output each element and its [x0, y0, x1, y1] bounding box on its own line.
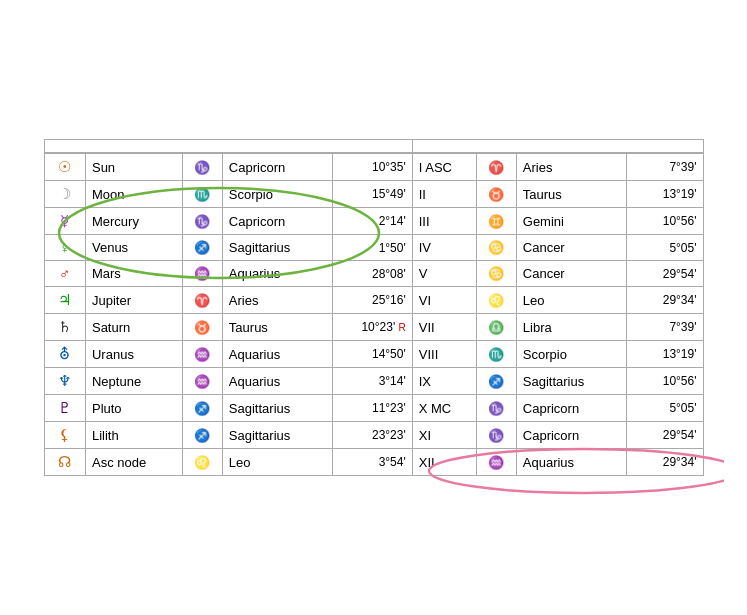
table-row: ☉ Sun ♑ Capricorn 10°35' I ASC ♈ Aries 7… [44, 153, 703, 181]
planet-name: Sun [85, 153, 182, 181]
planet-sign-icon: ♑ [182, 208, 222, 235]
planet-sign-icon: ♐ [182, 235, 222, 261]
house-degree: 13°19' [627, 181, 703, 208]
planet-icon: ♆ [44, 368, 85, 395]
planet-sign: Sagittarius [222, 235, 333, 261]
planet-sign: Aquarius [222, 368, 333, 395]
table-row: ☽ Moon ♏ Scorpio 15°49' II ♉ Taurus 13°1… [44, 181, 703, 208]
house-degree: 7°39' [627, 314, 703, 341]
planet-name: Moon [85, 181, 182, 208]
house-label: IV [412, 235, 476, 261]
planet-name: Uranus [85, 341, 182, 368]
house-sign: Cancer [516, 261, 627, 287]
house-sign-icon: ♏ [476, 341, 516, 368]
house-sign-icon: ♎ [476, 314, 516, 341]
house-label: VII [412, 314, 476, 341]
house-degree: 29°54' [627, 422, 703, 449]
planet-icon: ♇ [44, 395, 85, 422]
house-label: X MC [412, 395, 476, 422]
house-sign: Libra [516, 314, 627, 341]
planet-sign: Aries [222, 287, 333, 314]
house-sign: Sagittarius [516, 368, 627, 395]
planet-name: Venus [85, 235, 182, 261]
planet-degree: 28°08' [333, 261, 412, 287]
planet-name: Asc node [85, 449, 182, 476]
table-row: ⚸ Lilith ♐ Sagittarius 23°23' XI ♑ Capri… [44, 422, 703, 449]
house-degree: 5°05' [627, 235, 703, 261]
house-label: XI [412, 422, 476, 449]
house-sign: Taurus [516, 181, 627, 208]
house-sign: Cancer [516, 235, 627, 261]
planet-sign: Aquarius [222, 261, 333, 287]
planet-icon: ♀ [44, 235, 85, 261]
planet-name: Jupiter [85, 287, 182, 314]
table-row: ♇ Pluto ♐ Sagittarius 11°23' X MC ♑ Capr… [44, 395, 703, 422]
house-label: II [412, 181, 476, 208]
house-sign-icon: ♌ [476, 287, 516, 314]
house-sign: Capricorn [516, 395, 627, 422]
house-sign-icon: ♒ [476, 449, 516, 476]
planet-name: Mars [85, 261, 182, 287]
house-degree: 5°05' [627, 395, 703, 422]
planet-degree: 11°23' [333, 395, 412, 422]
astrology-table: ☉ Sun ♑ Capricorn 10°35' I ASC ♈ Aries 7… [44, 139, 704, 476]
planet-degree: 15°49' [333, 181, 412, 208]
planet-name: Saturn [85, 314, 182, 341]
planet-name: Mercury [85, 208, 182, 235]
planet-icon: ♂ [44, 261, 85, 287]
house-degree: 29°54' [627, 261, 703, 287]
planet-icon: ⛢ [44, 341, 85, 368]
house-label: IX [412, 368, 476, 395]
planet-sign: Sagittarius [222, 422, 333, 449]
table-row: ☊ Asc node ♌ Leo 3°54' XII ♒ Aquarius 29… [44, 449, 703, 476]
left-header [44, 140, 412, 154]
planet-degree: 23°23' [333, 422, 412, 449]
house-sign-icon: ♈ [476, 153, 516, 181]
planet-sign: Sagittarius [222, 395, 333, 422]
planet-sign-icon: ♒ [182, 368, 222, 395]
planet-degree: 14°50' [333, 341, 412, 368]
planet-icon: ⚸ [44, 422, 85, 449]
planet-sign-icon: ♉ [182, 314, 222, 341]
table-row: ♄ Saturn ♉ Taurus 10°23' R VII ♎ Libra 7… [44, 314, 703, 341]
planet-sign: Scorpio [222, 181, 333, 208]
planet-degree: 25°16' [333, 287, 412, 314]
house-label: XII [412, 449, 476, 476]
planet-icon: ☊ [44, 449, 85, 476]
planet-sign-icon: ♑ [182, 153, 222, 181]
house-degree: 7°39' [627, 153, 703, 181]
planet-degree: 10°23' R [333, 314, 412, 341]
planet-sign-icon: ♏ [182, 181, 222, 208]
house-label: III [412, 208, 476, 235]
main-container: ☉ Sun ♑ Capricorn 10°35' I ASC ♈ Aries 7… [24, 119, 724, 496]
table-row: ♀ Venus ♐ Sagittarius 1°50' IV ♋ Cancer … [44, 235, 703, 261]
house-sign-icon: ♋ [476, 261, 516, 287]
house-sign-icon: ♑ [476, 395, 516, 422]
table-row: ♃ Jupiter ♈ Aries 25°16' VI ♌ Leo 29°34' [44, 287, 703, 314]
planet-sign: Capricorn [222, 153, 333, 181]
house-label: I ASC [412, 153, 476, 181]
house-label: VI [412, 287, 476, 314]
planet-sign-icon: ♐ [182, 422, 222, 449]
house-sign: Leo [516, 287, 627, 314]
planet-icon: ☽ [44, 181, 85, 208]
house-sign: Gemini [516, 208, 627, 235]
house-label: VIII [412, 341, 476, 368]
right-header [412, 140, 703, 154]
house-sign: Scorpio [516, 341, 627, 368]
planet-sign-icon: ♌ [182, 449, 222, 476]
house-sign-icon: ♋ [476, 235, 516, 261]
planet-sign: Taurus [222, 314, 333, 341]
house-sign-icon: ♐ [476, 368, 516, 395]
planet-icon: ☿ [44, 208, 85, 235]
house-sign-icon: ♉ [476, 181, 516, 208]
house-degree: 10°56' [627, 208, 703, 235]
planet-icon: ☉ [44, 153, 85, 181]
planet-degree: 2°14' [333, 208, 412, 235]
planet-icon: ♄ [44, 314, 85, 341]
planet-sign-icon: ♐ [182, 395, 222, 422]
planet-degree: 3°14' [333, 368, 412, 395]
house-sign-icon: ♊ [476, 208, 516, 235]
table-row: ♂ Mars ♒ Aquarius 28°08' V ♋ Cancer 29°5… [44, 261, 703, 287]
planet-sign: Capricorn [222, 208, 333, 235]
